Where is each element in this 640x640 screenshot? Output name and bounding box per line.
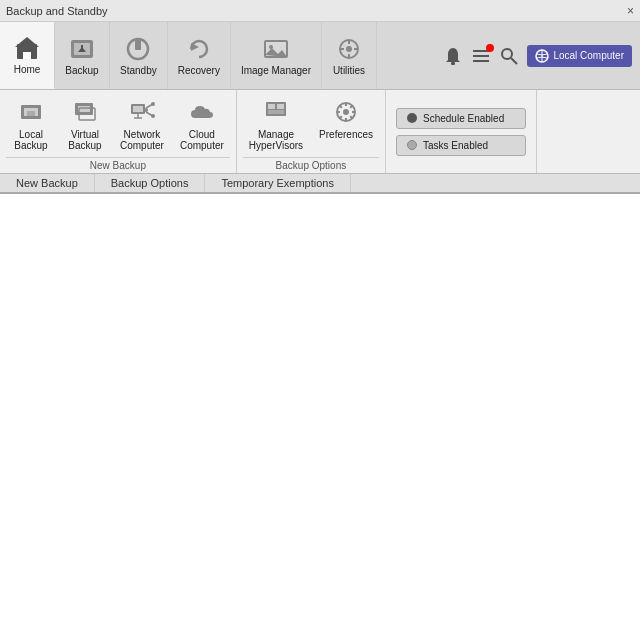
manage-hypervisors-button[interactable]: ManageHyperVisors (243, 94, 309, 155)
svg-rect-22 (473, 60, 489, 62)
schedule-enabled-indicator (407, 113, 417, 123)
svg-rect-31 (78, 106, 90, 112)
svg-rect-21 (473, 55, 489, 57)
tasks-enabled-button[interactable]: Tasks Enabled (396, 135, 526, 156)
nav-item-backup[interactable]: Backup (55, 22, 110, 89)
ribbon-section-backup-options-items: ManageHyperVisors (243, 94, 379, 155)
nav-item-recovery[interactable]: Recovery (168, 22, 231, 89)
local-computer-button[interactable]: Local Computer (527, 45, 632, 67)
network-computer-label: NetworkComputer (120, 129, 164, 151)
svg-rect-44 (277, 104, 284, 109)
nav-label-backup: Backup (65, 65, 98, 76)
title-bar: Backup and Standby × (0, 0, 640, 22)
backup-options-section-label: Backup Options (243, 157, 379, 173)
nav-label-standby: Standby (120, 65, 157, 76)
home-icon (13, 34, 41, 62)
svg-rect-2 (23, 52, 31, 59)
svg-rect-8 (135, 40, 141, 50)
image-manager-icon (262, 35, 290, 63)
ribbon: LocalBackup VirtualBackup (0, 90, 640, 174)
cloud-computer-button[interactable]: CloudComputer (174, 94, 230, 155)
ribbon-section-new-backup: LocalBackup VirtualBackup (0, 90, 237, 173)
svg-point-39 (151, 102, 155, 106)
svg-point-47 (343, 109, 349, 115)
svg-rect-43 (268, 104, 275, 109)
preferences-label: Preferences (319, 129, 373, 140)
preferences-icon (332, 98, 360, 126)
local-backup-icon (17, 98, 45, 126)
manage-hypervisors-icon (262, 98, 290, 126)
utilities-icon (335, 35, 363, 63)
svg-marker-12 (265, 48, 287, 57)
cloud-computer-icon (188, 98, 216, 126)
menu-icon[interactable] (471, 46, 491, 66)
nav-item-standby[interactable]: Standby (110, 22, 168, 89)
main-content (0, 194, 640, 640)
nav-item-utilities[interactable]: Utilities (322, 22, 377, 89)
nav-label-home: Home (14, 64, 41, 75)
network-computer-button[interactable]: NetworkComputer (114, 94, 170, 155)
ribbon-section-new-backup-items: LocalBackup VirtualBackup (6, 94, 230, 155)
window-title: Backup and Standby (6, 5, 108, 17)
tab-temporary-exemptions[interactable]: Temporary Exemptions (205, 174, 351, 192)
search-button[interactable] (499, 46, 519, 66)
notifications-button[interactable] (443, 46, 463, 66)
ribbon-section-backup-options: ManageHyperVisors (237, 90, 386, 173)
svg-rect-34 (133, 106, 143, 112)
svg-line-53 (350, 116, 352, 118)
manage-hypervisors-label: ManageHyperVisors (249, 129, 303, 151)
svg-rect-19 (451, 62, 455, 65)
toggle-section: Schedule Enabled Tasks Enabled (386, 90, 537, 173)
schedule-enabled-button[interactable]: Schedule Enabled (396, 108, 526, 129)
nav-item-image-manager[interactable]: Image Manager (231, 22, 322, 89)
svg-point-41 (144, 108, 148, 112)
tab-backup-options[interactable]: Backup Options (95, 174, 206, 192)
tasks-enabled-label: Tasks Enabled (423, 140, 488, 151)
top-nav: Home Backup Standby (0, 22, 640, 90)
preferences-button[interactable]: Preferences (313, 94, 379, 144)
recovery-icon (185, 35, 213, 63)
virtual-backup-icon (71, 98, 99, 126)
backup-icon (68, 35, 96, 63)
schedule-enabled-label: Schedule Enabled (423, 113, 504, 124)
nav-label-utilities: Utilities (333, 65, 365, 76)
cloud-computer-label: CloudComputer (180, 129, 224, 151)
ribbon-tabs: New Backup Backup Options Temporary Exem… (0, 174, 640, 194)
svg-rect-29 (27, 111, 35, 116)
svg-marker-1 (15, 37, 39, 47)
notification-dot (486, 44, 494, 52)
nav-label-recovery: Recovery (178, 65, 220, 76)
new-backup-section-label: New Backup (6, 157, 230, 173)
svg-line-54 (350, 106, 352, 108)
nav-right-controls: Local Computer (435, 22, 640, 89)
local-backup-label: LocalBackup (14, 129, 47, 151)
local-backup-button[interactable]: LocalBackup (6, 94, 56, 155)
svg-line-52 (340, 106, 342, 108)
local-computer-label: Local Computer (553, 50, 624, 61)
svg-point-23 (502, 49, 512, 59)
svg-marker-9 (191, 43, 199, 51)
network-computer-icon (128, 98, 156, 126)
svg-point-40 (151, 114, 155, 118)
standby-icon (124, 35, 152, 63)
svg-line-55 (340, 116, 342, 118)
tasks-enabled-indicator (407, 140, 417, 150)
virtual-backup-label: VirtualBackup (68, 129, 101, 151)
nav-item-home[interactable]: Home (0, 22, 55, 89)
close-button[interactable]: × (627, 4, 634, 18)
nav-label-image-manager: Image Manager (241, 65, 311, 76)
svg-rect-45 (268, 110, 284, 114)
tab-new-backup[interactable]: New Backup (0, 174, 95, 192)
svg-point-18 (346, 46, 352, 52)
svg-line-24 (511, 58, 517, 64)
virtual-backup-button[interactable]: VirtualBackup (60, 94, 110, 155)
